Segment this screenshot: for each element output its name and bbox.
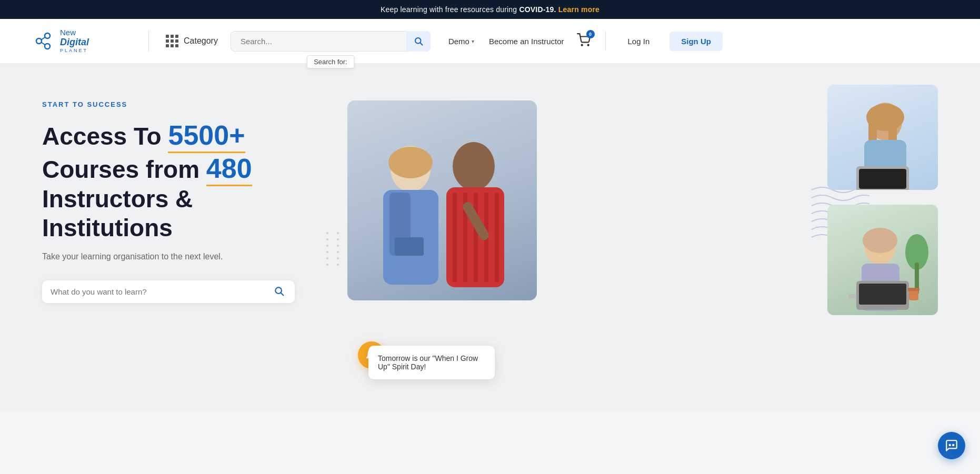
- hero-search-button[interactable]: [272, 286, 286, 298]
- cart-badge: 0: [586, 30, 595, 38]
- hero-top-right-image: [827, 85, 938, 190]
- logo-new: New: [60, 28, 89, 37]
- svg-point-1: [45, 33, 50, 38]
- hero-search-input[interactable]: [51, 287, 272, 296]
- chevron-down-icon: ▾: [472, 38, 474, 44]
- banner-covid: COVID-19.: [519, 5, 556, 14]
- hero-description: Take your learning organisation to the n…: [42, 252, 326, 261]
- svg-point-7: [581, 45, 582, 46]
- logo-icon: [32, 29, 55, 53]
- svg-point-14: [388, 147, 433, 178]
- hero-content: START TO SUCCESS Access To 5500+ Courses…: [42, 100, 326, 303]
- logo-text: New Digital PLANET: [60, 28, 89, 54]
- nav-become-instructor[interactable]: Become an Instructor: [489, 37, 564, 46]
- search-icon: [414, 36, 423, 46]
- people-silhouette: [347, 100, 537, 300]
- svg-point-15: [453, 142, 495, 190]
- svg-rect-21: [495, 193, 499, 282]
- search-button[interactable]: [406, 31, 431, 52]
- cart-button[interactable]: 0: [577, 33, 591, 49]
- svg-point-9: [275, 288, 282, 294]
- hero-title: Access To 5500+ Courses from 480 Instruc…: [42, 119, 326, 243]
- banner-text: Keep learning with free resources during: [381, 5, 519, 14]
- hero-section: START TO SUCCESS Access To 5500+ Courses…: [0, 64, 980, 411]
- svg-line-4: [42, 43, 46, 45]
- search-input[interactable]: [231, 31, 431, 52]
- hero-title-line2: Courses from 480: [42, 156, 252, 183]
- logo[interactable]: New Digital PLANET: [32, 28, 132, 54]
- hero-main-image: [347, 100, 537, 300]
- category-label: Category: [184, 36, 218, 46]
- svg-rect-39: [859, 284, 906, 305]
- header-divider-2: [605, 32, 606, 51]
- svg-rect-30: [859, 169, 906, 189]
- search-dropdown: Search for:: [307, 55, 354, 68]
- svg-line-6: [421, 43, 423, 45]
- hero-subtitle: START TO SUCCESS: [42, 100, 326, 108]
- svg-rect-17: [453, 193, 457, 282]
- svg-rect-41: [908, 288, 919, 291]
- hero-title-line3: Instructors & Institutions: [42, 185, 193, 241]
- svg-point-2: [45, 44, 50, 49]
- nav-links: Demo ▾ Become an Instructor: [448, 37, 564, 46]
- logo-digital: Digital: [60, 37, 89, 48]
- category-nav[interactable]: Category: [166, 35, 218, 47]
- svg-line-10: [281, 294, 283, 296]
- svg-point-5: [415, 38, 421, 44]
- top-banner: Keep learning with free resources during…: [0, 0, 980, 19]
- svg-rect-19: [474, 193, 478, 282]
- hero-number-courses: 5500+: [168, 120, 245, 153]
- hero-bottom-right-image: [827, 205, 938, 315]
- hero-title-line1: Access To 5500+: [42, 123, 245, 150]
- hero-search-bar: [42, 280, 295, 303]
- header-divider-1: [148, 31, 149, 52]
- banner-learn-more-link[interactable]: Learn more: [558, 5, 599, 14]
- search-icon: [274, 286, 284, 296]
- login-button[interactable]: Log In: [621, 33, 657, 50]
- grid-icon: [166, 35, 178, 47]
- svg-rect-22: [395, 237, 424, 256]
- nav-demo[interactable]: Demo ▾: [448, 37, 474, 46]
- notification-card: Tomorrow is our "When I Grow Up" Spirit …: [368, 346, 495, 379]
- svg-point-35: [863, 228, 897, 253]
- signup-button[interactable]: Sign Up: [669, 32, 723, 51]
- svg-line-3: [42, 37, 46, 40]
- hero-number-instructors: 480: [206, 153, 252, 186]
- logo-planet: PLANET: [60, 48, 89, 54]
- search-bar: Search for:: [231, 31, 431, 52]
- svg-point-8: [587, 45, 588, 46]
- notification-text: Tomorrow is our "When I Grow Up" Spirit …: [378, 354, 478, 371]
- header: New Digital PLANET Category Search for: …: [0, 19, 980, 64]
- svg-point-0: [36, 38, 42, 44]
- woman-laptop-silhouette: [827, 85, 938, 190]
- woman-study-silhouette: [827, 205, 938, 315]
